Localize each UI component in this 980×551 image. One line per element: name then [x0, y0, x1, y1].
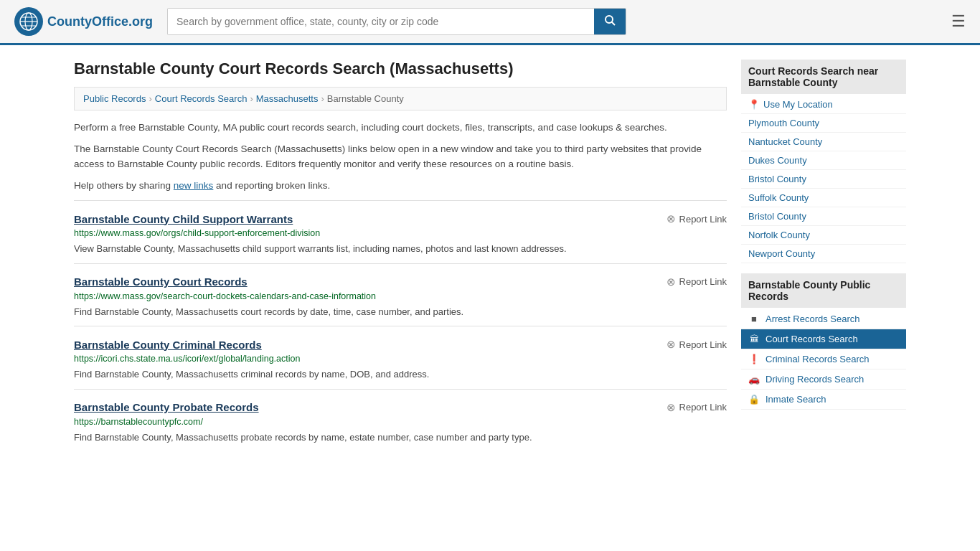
sidebar-item-newport[interactable]: Newport County: [741, 245, 906, 263]
search-icon: [604, 14, 616, 26]
logo-icon: [14, 7, 43, 36]
logo-text: CountyOffice.org: [47, 14, 153, 29]
use-location-link[interactable]: Use My Location: [763, 99, 833, 110]
result-item-2: Barnstable County Criminal Records ⊗ Rep…: [74, 326, 727, 389]
logo-brand: CountyOffice: [47, 14, 128, 29]
report-label-2: Report Link: [679, 339, 727, 350]
report-label-3: Report Link: [679, 402, 727, 413]
report-label-0: Report Link: [679, 214, 727, 225]
inmate-icon: 🔒: [748, 394, 760, 405]
breadcrumb-massachusetts[interactable]: Massachusetts: [256, 93, 319, 104]
search-container: [167, 8, 626, 35]
sidebar-item-nantucket[interactable]: Nantucket County: [741, 133, 906, 151]
breadcrumb-barnstable: Barnstable County: [327, 93, 404, 104]
result-item-1: Barnstable County Court Records ⊗ Report…: [74, 263, 727, 326]
result-desc-1: Find Barnstable County, Massachusetts co…: [74, 305, 727, 319]
sidebar-item-use-location[interactable]: 📍 Use My Location: [741, 95, 906, 114]
criminal-icon: ❗: [748, 354, 760, 364]
court-link[interactable]: Court Records Search: [765, 334, 858, 344]
sidebar-pub-rec-title: Barnstable County Public Records: [741, 273, 906, 308]
pub-rec-criminal[interactable]: ❗ Criminal Records Search: [741, 349, 906, 369]
newport-link[interactable]: Newport County: [748, 248, 815, 259]
driving-icon: 🚗: [748, 374, 760, 385]
arrest-link[interactable]: Arrest Records Search: [765, 314, 860, 324]
result-title-2[interactable]: Barnstable County Criminal Records: [74, 339, 262, 351]
report-icon-0: ⊗: [666, 212, 676, 225]
result-url-1: https://www.mass.gov/search-court-docket…: [74, 291, 727, 301]
page-title: Barnstable County Court Records Search (…: [74, 60, 727, 78]
result-header-0: Barnstable County Child Support Warrants…: [74, 212, 727, 225]
result-title-3[interactable]: Barnstable County Probate Records: [74, 401, 259, 413]
report-icon-2: ⊗: [666, 338, 676, 351]
sidebar-item-suffolk[interactable]: Suffolk County: [741, 189, 906, 207]
result-header-2: Barnstable County Criminal Records ⊗ Rep…: [74, 338, 727, 351]
result-url-0: https://www.mass.gov/orgs/child-support-…: [74, 228, 727, 238]
sidebar-item-dukes[interactable]: Dukes County: [741, 151, 906, 170]
desc3-pre: Help others by sharing: [74, 180, 174, 191]
result-title-1[interactable]: Barnstable County Court Records: [74, 276, 248, 288]
result-header-3: Barnstable County Probate Records ⊗ Repo…: [74, 401, 727, 414]
breadcrumb-court-records[interactable]: Court Records Search: [155, 93, 248, 104]
report-label-1: Report Link: [679, 276, 727, 287]
content-area: Barnstable County Court Records Search (…: [74, 60, 727, 451]
new-links-link[interactable]: new links: [174, 180, 214, 191]
sidebar-item-bristol1[interactable]: Bristol County: [741, 170, 906, 189]
pub-rec-court[interactable]: 🏛 Court Records Search: [741, 329, 906, 349]
court-icon: 🏛: [748, 334, 760, 344]
main-container: Barnstable County Court Records Search (…: [60, 45, 920, 466]
report-link-1[interactable]: ⊗ Report Link: [666, 276, 727, 288]
search-input[interactable]: [168, 9, 594, 34]
logo-suffix: .org: [128, 14, 153, 29]
breadcrumb-sep-2: ›: [250, 93, 253, 104]
report-link-2[interactable]: ⊗ Report Link: [666, 338, 727, 351]
sidebar-item-plymouth[interactable]: Plymouth County: [741, 114, 906, 133]
logo-link[interactable]: CountyOffice.org: [14, 7, 153, 36]
result-title-0[interactable]: Barnstable County Child Support Warrants: [74, 213, 293, 225]
svg-line-6: [612, 22, 616, 26]
site-header: CountyOffice.org ☰: [0, 0, 980, 45]
search-button[interactable]: [594, 9, 626, 34]
sidebar-item-norfolk[interactable]: Norfolk County: [741, 226, 906, 245]
results-list: Barnstable County Child Support Warrants…: [74, 200, 727, 451]
driving-link[interactable]: Driving Records Search: [765, 374, 864, 385]
sidebar-nearby-title: Court Records Search near Barnstable Cou…: [741, 60, 906, 94]
dukes-link[interactable]: Dukes County: [748, 155, 807, 166]
arrest-icon: ■: [748, 314, 760, 324]
desc3-post: and reporting broken links.: [213, 180, 330, 191]
breadcrumb-sep-3: ›: [321, 93, 324, 104]
result-desc-3: Find Barnstable County, Massachusetts pr…: [74, 430, 727, 445]
report-icon-1: ⊗: [666, 276, 676, 288]
report-link-0[interactable]: ⊗ Report Link: [666, 212, 727, 225]
result-desc-0: View Barnstable County, Massachusetts ch…: [74, 242, 727, 256]
sidebar-item-bristol2[interactable]: Bristol County: [741, 207, 906, 226]
pub-rec-driving[interactable]: 🚗 Driving Records Search: [741, 369, 906, 390]
result-item-0: Barnstable County Child Support Warrants…: [74, 200, 727, 263]
result-url-3: https://barnstablecountypfc.com/: [74, 417, 727, 427]
bristol2-link[interactable]: Bristol County: [748, 211, 806, 222]
breadcrumb: Public Records › Court Records Search › …: [74, 87, 727, 110]
result-item-3: Barnstable County Probate Records ⊗ Repo…: [74, 389, 727, 452]
result-url-2: https://icori.chs.state.ma.us/icori/ext/…: [74, 354, 727, 364]
pub-rec-inmate[interactable]: 🔒 Inmate Search: [741, 390, 906, 410]
logo-svg: [19, 12, 38, 31]
plymouth-link[interactable]: Plymouth County: [748, 118, 819, 128]
breadcrumb-sep-1: ›: [149, 93, 151, 104]
menu-button[interactable]: ☰: [951, 12, 966, 31]
sidebar: Court Records Search near Barnstable Cou…: [741, 60, 906, 451]
inmate-link[interactable]: Inmate Search: [765, 394, 826, 405]
result-desc-2: Find Barnstable County, Massachusetts cr…: [74, 367, 727, 382]
nantucket-link[interactable]: Nantucket County: [748, 136, 822, 147]
criminal-link[interactable]: Criminal Records Search: [765, 354, 870, 364]
sidebar-pub-rec-list: ■ Arrest Records Search 🏛 Court Records …: [741, 309, 906, 410]
pub-rec-arrest[interactable]: ■ Arrest Records Search: [741, 309, 906, 329]
bristol1-link[interactable]: Bristol County: [748, 174, 806, 184]
pin-icon: 📍: [748, 99, 760, 110]
breadcrumb-public-records[interactable]: Public Records: [83, 93, 146, 104]
sidebar-nearby-list: 📍 Use My Location Plymouth County Nantuc…: [741, 95, 906, 263]
report-icon-3: ⊗: [666, 401, 676, 414]
report-link-3[interactable]: ⊗ Report Link: [666, 401, 727, 414]
suffolk-link[interactable]: Suffolk County: [748, 192, 809, 203]
description-3: Help others by sharing new links and rep…: [74, 179, 727, 193]
norfolk-link[interactable]: Norfolk County: [748, 230, 810, 240]
description-1: Perform a free Barnstable County, MA pub…: [74, 121, 727, 135]
